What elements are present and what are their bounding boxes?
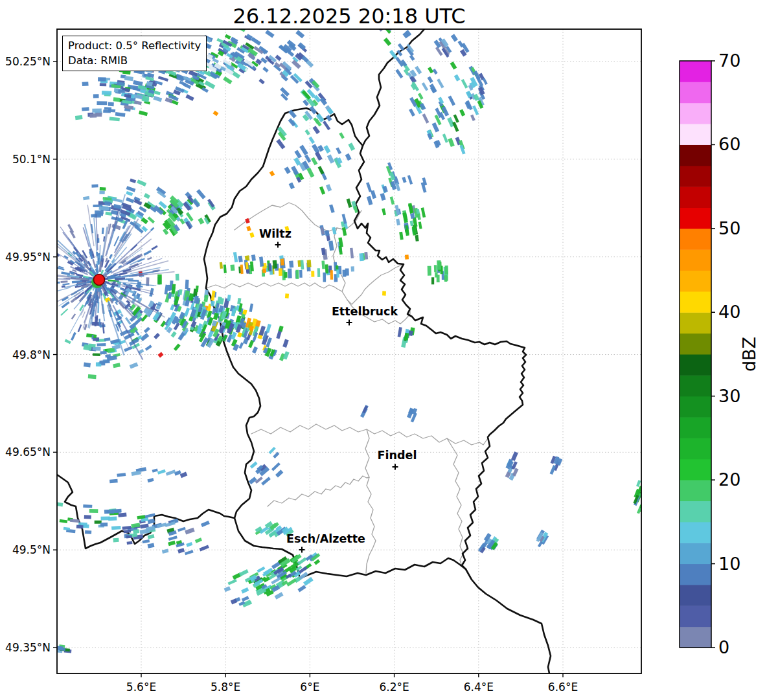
echo-cluster-n-cluster xyxy=(253,30,314,84)
plot-frame xyxy=(57,29,641,673)
colorbar-segment xyxy=(680,438,711,459)
city-marker xyxy=(393,464,398,470)
colorbar-segment xyxy=(680,82,711,103)
colorbar-segment xyxy=(680,354,711,376)
colorbar-segment xyxy=(680,501,711,523)
radar-map-page: { "title": "26.12.2025 20:18 UTC", "info… xyxy=(0,0,767,700)
colorbar-tick-label: 20 xyxy=(718,469,740,490)
product-info-box: Product: 0.5° Reflectivity Data: RMIB xyxy=(62,36,207,71)
x-tick-label: 5.6°E xyxy=(126,681,156,694)
echo-cluster-e-far xyxy=(550,456,563,475)
colorbar-segment xyxy=(680,585,711,606)
echo-cluster-e-mid2 xyxy=(428,260,448,284)
colorbar-segment xyxy=(680,291,711,313)
echo-cluster-mid-scatter xyxy=(276,114,355,195)
echo-cluster-w-low xyxy=(65,322,152,379)
echo-cluster-e-mid-green xyxy=(399,203,426,241)
colorbar-segment xyxy=(680,186,711,208)
colorbar-segment xyxy=(680,522,711,543)
colorbar-segment xyxy=(680,480,711,501)
colorbar-segment xyxy=(680,229,711,250)
colorbar-segment xyxy=(680,375,711,396)
colorbar-segment xyxy=(680,61,711,82)
colorbar-tick-label: 50 xyxy=(718,218,740,238)
echo-cluster-c-small2 xyxy=(407,408,417,423)
x-axis-ticks: 5.6°E5.8°E6°E6.2°E6.4°E6.6°E xyxy=(126,673,578,694)
x-tick-label: 6°E xyxy=(300,681,319,694)
y-axis-ticks: 50.25°N50.1°N49.95°N49.8°N49.65°N49.5°N4… xyxy=(5,55,57,654)
radar-echoes xyxy=(50,23,647,653)
colorbar: 010203040506070dBZ xyxy=(680,51,759,657)
colorbar-segment xyxy=(680,144,711,166)
y-tick-label: 49.35°N xyxy=(5,641,51,654)
colorbar-tick-label: 0 xyxy=(718,637,729,657)
city-label: Esch/Alzette xyxy=(286,532,365,545)
colorbar-segment xyxy=(680,564,711,585)
colorbar-segment xyxy=(680,312,711,333)
colorbar-segment xyxy=(680,627,711,648)
colorbar-unit-label: dBZ xyxy=(739,337,759,372)
colorbar-segment xyxy=(680,333,711,355)
echo-cluster-ne-blob2 xyxy=(434,34,470,58)
city-label: Findel xyxy=(378,449,417,462)
y-tick-label: 49.65°N xyxy=(5,446,51,458)
y-tick-label: 50.1°N xyxy=(12,153,51,166)
echo-cluster-e-small3 xyxy=(398,327,415,348)
map-plot-area: WiltzEttelbruckFindelEsch/Alzette xyxy=(18,23,647,673)
colorbar-segment xyxy=(680,543,711,564)
x-tick-label: 6.4°E xyxy=(464,681,494,694)
echo-cluster-s-mid-band xyxy=(224,552,321,607)
colorbar-tick-label: 10 xyxy=(718,554,740,574)
city-marker xyxy=(347,320,352,326)
echo-cluster-ne-band xyxy=(375,23,466,154)
echo-cluster-se-scatter1 xyxy=(505,451,519,480)
echo-cluster-sw-dashes xyxy=(109,467,187,483)
y-tick-label: 49.95°N xyxy=(5,251,51,264)
colorbar-tick-label: 60 xyxy=(718,134,740,154)
city-label: Wiltz xyxy=(259,227,292,240)
colorbar-segment xyxy=(680,249,711,271)
echo-cluster-se-scatter3 xyxy=(536,530,549,547)
colorbar-tick-label: 30 xyxy=(718,386,740,406)
echo-cluster-c-small1 xyxy=(360,405,369,418)
x-tick-label: 6.2°E xyxy=(379,681,409,694)
x-tick-label: 6.6°E xyxy=(548,681,578,694)
colorbar-segment xyxy=(680,605,711,627)
y-tick-label: 49.8°N xyxy=(12,348,51,361)
product-info-line: Product: 0.5° Reflectivity xyxy=(68,38,201,53)
data-source-line: Data: RMIB xyxy=(68,53,201,68)
colorbar-segment xyxy=(680,124,711,145)
city-marker xyxy=(275,242,281,248)
colorbar-tick-label: 70 xyxy=(718,51,740,71)
colorbar-segment xyxy=(680,271,711,292)
echo-cluster-se-scatter2 xyxy=(478,533,499,554)
colorbar-segment xyxy=(680,103,711,124)
y-tick-label: 50.25°N xyxy=(5,55,51,68)
colorbar-segment xyxy=(680,396,711,418)
colorbar-segment xyxy=(680,208,711,229)
city-marker xyxy=(299,547,305,553)
y-tick-label: 49.5°N xyxy=(12,543,51,556)
colorbar-segment xyxy=(680,166,711,187)
colorbar-segment xyxy=(680,417,711,438)
x-tick-label: 5.8°E xyxy=(211,681,240,694)
radar-figure-svg: WiltzEttelbruckFindelEsch/Alzette5.6°E5.… xyxy=(0,0,767,700)
city-label: Ettelbruck xyxy=(332,305,398,318)
colorbar-segment xyxy=(680,459,711,480)
colorbar-tick-label: 40 xyxy=(718,302,740,322)
echo-cluster-e-edge xyxy=(633,480,647,514)
echo-cluster-ne-blob xyxy=(450,62,488,121)
grid-lines xyxy=(57,29,641,673)
